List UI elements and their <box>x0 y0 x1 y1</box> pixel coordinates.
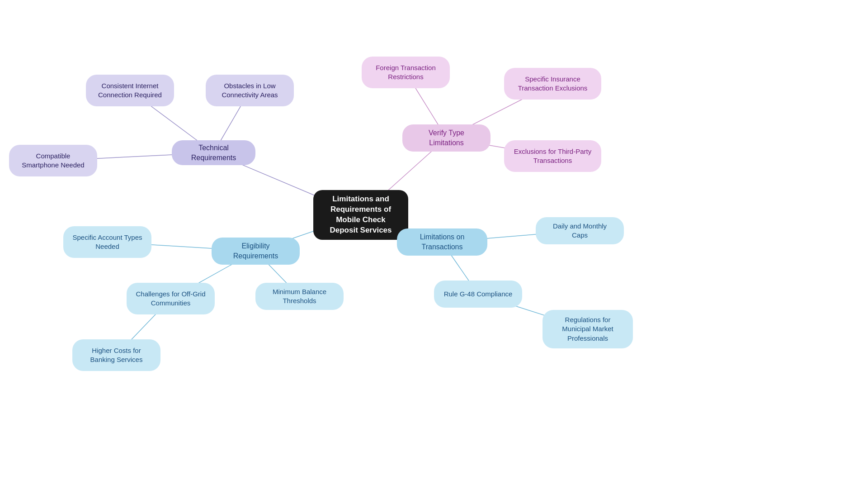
node-label: Regulations for Municipal Market Profess… <box>552 315 624 343</box>
node-label: Daily and Monthly Caps <box>545 222 615 240</box>
node-label: Obstacles in Low Connectivity Areas <box>215 81 285 100</box>
node-label: Rule G-48 Compliance <box>444 290 513 299</box>
node-minimum-balance: Minimum Balance Thresholds <box>255 283 344 310</box>
node-specific-account: Specific Account Types Needed <box>63 226 151 258</box>
node-label: Challenges for Off-Grid Communities <box>136 290 206 308</box>
node-foreign-transaction: Foreign Transaction Restrictions <box>362 57 450 88</box>
node-exclusions-third-party: Exclusions for Third-Party Transactions <box>504 140 601 172</box>
node-technical-requirements: Technical Requirements <box>172 140 255 165</box>
node-specific-insurance: Specific Insurance Transaction Exclusion… <box>504 68 601 100</box>
center-label: Limitations and Requirements of Mobile C… <box>322 194 399 236</box>
mindmap-container: Limitations and Requirements of Mobile C… <box>0 0 868 490</box>
node-eligibility-requirements: Eligibility Requirements <box>212 238 300 265</box>
node-label: Verify Type Limitations <box>411 128 481 147</box>
center-node: Limitations and Requirements of Mobile C… <box>313 190 408 240</box>
node-compatible-smartphone: Compatible Smartphone Needed <box>9 145 97 176</box>
node-label: Minimum Balance Thresholds <box>264 287 335 306</box>
node-verify-type: Verify Type Limitations <box>402 124 491 152</box>
node-consistent-internet: Consistent Internet Connection Required <box>86 75 174 106</box>
node-label: Foreign Transaction Restrictions <box>371 63 441 82</box>
node-label: Limitations on Transactions <box>406 232 478 252</box>
node-label: Technical Requirements <box>181 143 246 162</box>
node-limitations-transactions: Limitations on Transactions <box>397 228 487 256</box>
node-label: Consistent Internet Connection Required <box>95 81 165 100</box>
node-label: Exclusions for Third-Party Transactions <box>513 147 592 166</box>
node-label: Specific Insurance Transaction Exclusion… <box>513 75 592 93</box>
node-higher-costs: Higher Costs for Banking Services <box>72 339 160 371</box>
node-challenges-offgrid: Challenges for Off-Grid Communities <box>127 283 215 314</box>
node-obstacles-connectivity: Obstacles in Low Connectivity Areas <box>206 75 294 106</box>
node-label: Higher Costs for Banking Services <box>81 346 151 365</box>
node-rule-g48: Rule G-48 Compliance <box>434 281 522 308</box>
node-regulations-municipal: Regulations for Municipal Market Profess… <box>542 310 633 348</box>
node-label: Specific Account Types Needed <box>72 233 142 252</box>
node-label: Eligibility Requirements <box>221 241 291 261</box>
node-label: Compatible Smartphone Needed <box>18 152 88 170</box>
node-daily-monthly: Daily and Monthly Caps <box>536 217 624 244</box>
